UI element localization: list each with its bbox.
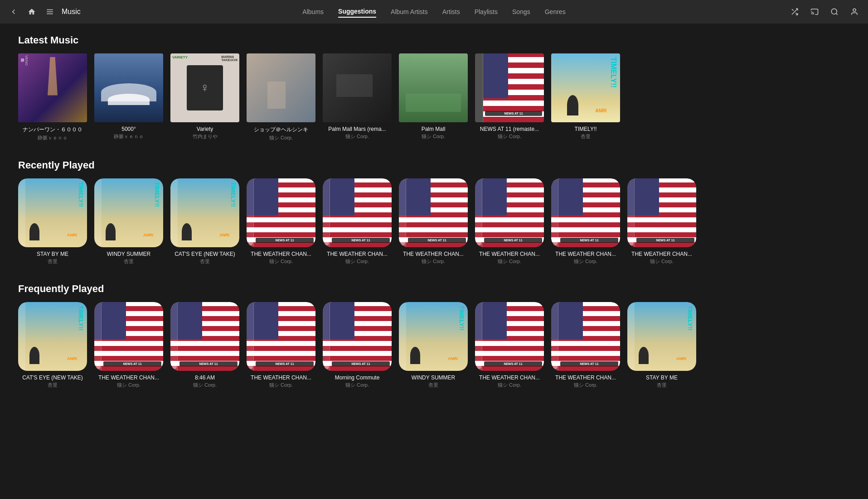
album-artist: 杏里 bbox=[94, 258, 163, 265]
album-item[interactable]: ショップ＠ヘルシンキ 猫シ Corp. bbox=[247, 53, 315, 141]
album-item[interactable]: Palm Mall 猫シ Corp. bbox=[399, 53, 468, 141]
album-artist: 杏里 bbox=[627, 382, 696, 389]
album-item[interactable]: NEWS AT 11 THE WEATHER CHAN... 猫シ Corp. bbox=[323, 178, 392, 265]
album-artist: 杏里 bbox=[399, 382, 468, 389]
album-title: STAY BY ME bbox=[627, 374, 696, 381]
album-artist: 静脈ｖｅｎｏ bbox=[18, 134, 87, 141]
album-artist: 杏里 bbox=[18, 382, 87, 389]
album-title: Palm Mall Mars (rema... bbox=[323, 126, 392, 132]
album-art: TIMELY!! ANRI bbox=[170, 178, 239, 247]
album-title: 8:46 AM bbox=[170, 374, 239, 381]
svg-line-5 bbox=[792, 9, 794, 11]
album-art: VENO静脈 bbox=[18, 53, 87, 122]
album-item[interactable]: NEWS AT 11 THE WEATHER CHAN... 猫シ Corp. bbox=[247, 302, 315, 389]
album-item[interactable]: 5000° 静脈ｖｅｎｏ bbox=[94, 53, 163, 141]
album-artist: 猫シ Corp. bbox=[323, 258, 392, 265]
album-item[interactable]: NEWS AT 11 THE WEATHER CHAN... 猫シ Corp. bbox=[247, 178, 315, 265]
album-title: ナンバーワン・６０００ bbox=[18, 126, 87, 134]
album-title: THE WEATHER CHAN... bbox=[94, 374, 163, 381]
album-art: NEWS AT 11 bbox=[323, 302, 392, 371]
album-artist: 猫シ Corp. bbox=[399, 133, 468, 140]
album-artist: 猫シ Corp. bbox=[475, 258, 544, 265]
section-frequently-played: Frequently Played TIMELY!! ANRI CAT'S EY… bbox=[18, 283, 850, 389]
album-item[interactable]: NEWS AT 11 THE WEATHER CHAN... 猫シ Corp. bbox=[551, 302, 620, 389]
album-title: Morning Commute bbox=[323, 374, 392, 381]
album-title: ショップ＠ヘルシンキ bbox=[247, 126, 315, 134]
album-artist: 猫シ Corp. bbox=[551, 258, 620, 265]
album-art: TIMELY!! ANRI bbox=[18, 302, 87, 371]
album-artist: 竹内まりや bbox=[170, 133, 239, 140]
album-title: STAY BY ME bbox=[18, 251, 87, 257]
home-button[interactable] bbox=[25, 5, 38, 18]
album-art: TIMELY!! ANRI bbox=[399, 302, 468, 371]
header: Music Albums Suggestions Album Artists A… bbox=[0, 0, 868, 24]
album-title: THE WEATHER CHAN... bbox=[247, 374, 315, 381]
album-item[interactable]: NEWS AT 11 THE WEATHER CHAN... 猫シ Corp. bbox=[399, 178, 468, 265]
album-art: TIMELY!! ANRI bbox=[551, 53, 620, 122]
album-artist: 杏里 bbox=[170, 258, 239, 265]
album-item[interactable]: TIMELY!! ANRI TIMELY!! 杏里 bbox=[551, 53, 620, 141]
album-art: VARIETY ♀ MARINATAKEUCHI bbox=[170, 53, 239, 122]
album-artist: 猫シ Corp. bbox=[247, 258, 315, 265]
main-content: Latest Music VENO静脈 ナンバーワン・６０００ 静脈ｖｅｎｏ bbox=[0, 24, 868, 417]
cast-icon[interactable] bbox=[808, 5, 821, 18]
album-item[interactable]: NEWS AT 11 THE WEATHER CHAN... 猫シ Corp. bbox=[627, 178, 696, 265]
album-item[interactable]: NEWS AT 11 THE WEATHER CHAN... 猫シ Corp. bbox=[475, 178, 544, 265]
nav-artists[interactable]: Artists bbox=[442, 6, 460, 17]
app-title: Music bbox=[62, 8, 81, 16]
album-title: CAT'S EYE (NEW TAKE) bbox=[170, 251, 239, 257]
nav-album-artists[interactable]: Album Artists bbox=[391, 6, 428, 17]
album-item[interactable]: NEWS AT 11 THE WEATHER CHAN... 猫シ Corp. bbox=[551, 178, 620, 265]
album-artist: 猫シ Corp. bbox=[247, 134, 315, 141]
album-item[interactable]: Palm Mall Mars (rema... 猫シ Corp. bbox=[323, 53, 392, 141]
album-art: NEWS AT 11 bbox=[170, 302, 239, 371]
search-icon[interactable] bbox=[828, 5, 841, 18]
album-item[interactable]: NEWS AT 11 NEWS AT 11 (remaste... 猫シ Cor… bbox=[475, 53, 544, 141]
album-artist: 猫シ Corp. bbox=[170, 382, 239, 389]
album-item[interactable]: TIMELY!! ANRI WINDY SUMMER 杏里 bbox=[94, 178, 163, 265]
nav-songs[interactable]: Songs bbox=[512, 6, 530, 17]
album-item[interactable]: NEWS AT 11 Morning Commute 猫シ Corp. bbox=[323, 302, 392, 389]
menu-button[interactable] bbox=[44, 5, 56, 18]
album-art: TIMELY!! ANRI bbox=[94, 178, 163, 247]
back-button[interactable] bbox=[7, 5, 20, 18]
album-item[interactable]: VARIETY ♀ MARINATAKEUCHI Variety 竹内まりや bbox=[170, 53, 239, 141]
album-item[interactable]: NEWS AT 11 THE WEATHER CHAN... 猫シ Corp. bbox=[94, 302, 163, 389]
album-item[interactable]: TIMELY!! ANRI WINDY SUMMER 杏里 bbox=[399, 302, 468, 389]
album-item[interactable]: TIMELY!! ANRI CAT'S EYE (NEW TAKE) 杏里 bbox=[18, 302, 87, 389]
nav-playlists[interactable]: Playlists bbox=[475, 6, 498, 17]
album-item[interactable]: TIMELY!! ANRI STAY BY ME 杏里 bbox=[18, 178, 87, 265]
album-title: Palm Mall bbox=[399, 126, 468, 132]
album-title: WINDY SUMMER bbox=[399, 374, 468, 381]
nav-albums[interactable]: Albums bbox=[302, 6, 324, 17]
nav-suggestions[interactable]: Suggestions bbox=[338, 6, 376, 18]
album-art: NEWS AT 11 bbox=[94, 302, 163, 371]
album-art: TIMELY!! ANRI bbox=[627, 302, 696, 371]
section-latest-title: Latest Music bbox=[18, 34, 850, 46]
album-title: THE WEATHER CHAN... bbox=[247, 251, 315, 257]
album-artist: 猫シ Corp. bbox=[399, 258, 468, 265]
album-art bbox=[247, 53, 315, 122]
album-title: THE WEATHER CHAN... bbox=[323, 251, 392, 257]
album-item[interactable]: NEWS AT 11 8:46 AM 猫シ Corp. bbox=[170, 302, 239, 389]
main-nav: Albums Suggestions Album Artists Artists… bbox=[98, 6, 770, 18]
shuffle-icon[interactable] bbox=[788, 5, 801, 18]
album-item[interactable]: VENO静脈 ナンバーワン・６０００ 静脈ｖｅｎｏ bbox=[18, 53, 87, 141]
album-artist: 猫シ Corp. bbox=[94, 382, 163, 389]
album-artist: 猫シ Corp. bbox=[627, 258, 696, 265]
album-title: THE WEATHER CHAN... bbox=[475, 251, 544, 257]
album-item[interactable]: TIMELY!! ANRI STAY BY ME 杏里 bbox=[627, 302, 696, 389]
album-art: NEWS AT 11 bbox=[399, 178, 468, 247]
account-icon[interactable] bbox=[848, 5, 861, 18]
album-item[interactable]: NEWS AT 11 THE WEATHER CHAN... 猫シ Corp. bbox=[475, 302, 544, 389]
album-artist: 猫シ Corp. bbox=[551, 382, 620, 389]
album-title: CAT'S EYE (NEW TAKE) bbox=[18, 374, 87, 381]
album-title: TIMELY!! bbox=[551, 126, 620, 132]
album-artist: 猫シ Corp. bbox=[247, 382, 315, 389]
album-item[interactable]: TIMELY!! ANRI CAT'S EYE (NEW TAKE) 杏里 bbox=[170, 178, 239, 265]
album-artist: 杏里 bbox=[18, 258, 87, 265]
album-art bbox=[94, 53, 163, 122]
album-art: NEWS AT 11 bbox=[323, 178, 392, 247]
album-title: THE WEATHER CHAN... bbox=[399, 251, 468, 257]
nav-genres[interactable]: Genres bbox=[545, 6, 566, 17]
